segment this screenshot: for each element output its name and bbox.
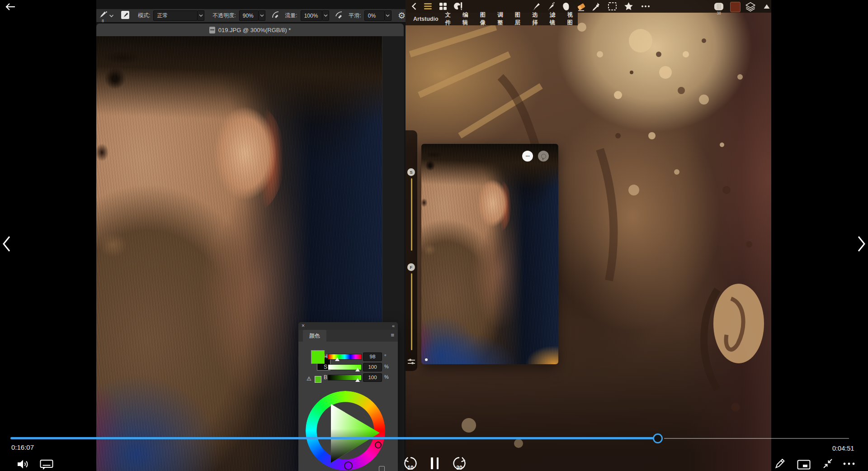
saturation-thumb[interactable]: [355, 368, 360, 371]
artstudio-app: 38 Artstudio 文件 编辑 图像 调整 图层 选择 滤镜 视图 S F: [406, 0, 771, 471]
brush-preview-icon[interactable]: [714, 1, 724, 11]
eraser-tool-icon[interactable]: [576, 1, 586, 11]
progress-bar[interactable]: [10, 437, 849, 440]
reference-pin-button[interactable]: [538, 151, 549, 162]
document-tab[interactable]: 019.JPG @ 300%(RGB/8) *: [96, 24, 404, 37]
flow-slider-knob[interactable]: F: [407, 263, 415, 271]
reference-image-window[interactable]: ···: [421, 144, 558, 364]
layers-icon[interactable]: [745, 1, 755, 11]
hue-slider[interactable]: [328, 354, 362, 360]
hue-thumb[interactable]: [335, 357, 340, 361]
flow-slider-track[interactable]: [411, 273, 412, 350]
sliders-settings-icon[interactable]: [408, 359, 415, 364]
menu-select[interactable]: 选择: [532, 11, 543, 27]
star-favorites-icon[interactable]: [623, 1, 633, 11]
reference-resize-handle[interactable]: [425, 358, 428, 361]
more-options-button[interactable]: [843, 462, 855, 465]
menu-artstudio[interactable]: Artstudio: [413, 16, 439, 22]
menu-layer[interactable]: 图层: [515, 11, 526, 27]
volume-button[interactable]: [16, 458, 29, 470]
brightness-value[interactable]: 100: [363, 373, 382, 382]
smoothing-field[interactable]: 0%: [364, 10, 385, 21]
collapse-triangle-icon[interactable]: [762, 1, 771, 11]
hue-unit: °: [384, 353, 386, 359]
pin-icon: [541, 154, 546, 159]
menu-file[interactable]: 文件: [445, 11, 456, 27]
ellipsis-icon: ···: [526, 153, 530, 159]
panel-menu-icon[interactable]: ≡: [391, 332, 394, 338]
hue-value[interactable]: 98: [363, 352, 382, 361]
selection-tool-icon[interactable]: [607, 1, 617, 11]
close-icon[interactable]: ×: [302, 322, 305, 329]
current-color-swatch[interactable]: [730, 2, 741, 12]
flow-field[interactable]: 100%: [301, 10, 322, 21]
foreground-color-swatch[interactable]: [311, 350, 325, 364]
opacity-chevron-icon[interactable]: [259, 10, 265, 21]
menu-adjust[interactable]: 调整: [497, 11, 508, 27]
size-slider-track[interactable]: [411, 178, 412, 251]
saturation-slider[interactable]: [328, 364, 362, 370]
color-wheel[interactable]: [306, 391, 385, 471]
menu-edit[interactable]: 编辑: [462, 11, 473, 27]
smoothing-chevron-icon[interactable]: [385, 10, 392, 21]
eyedropper-tool-icon[interactable]: [591, 1, 601, 11]
airbrush-buildup-icon[interactable]: [335, 10, 344, 21]
progress-remaining: [664, 438, 849, 439]
next-video-button[interactable]: [857, 235, 867, 255]
more-tools-icon[interactable]: [641, 1, 651, 11]
back-button[interactable]: [5, 2, 16, 14]
airbrush-icon[interactable]: [271, 10, 280, 21]
brightness-slider[interactable]: [328, 375, 362, 381]
smudge-tool-icon[interactable]: [561, 1, 571, 11]
size-slider-knob[interactable]: S: [407, 168, 415, 176]
brightness-unit: %: [384, 374, 389, 380]
artstudio-menubar: Artstudio 文件 编辑 图像 调整 图层 选择 滤镜 视图: [406, 13, 578, 25]
wet-brush-tool-icon[interactable]: [546, 1, 556, 11]
brush-panel-toggle-icon[interactable]: [120, 10, 130, 21]
previous-video-button[interactable]: [1, 235, 11, 255]
paint-brush-tool-icon[interactable]: [531, 1, 541, 11]
brush-slider-bar: S F: [406, 130, 417, 371]
miniplayer-button[interactable]: [797, 460, 811, 470]
pause-button[interactable]: [431, 457, 439, 469]
flow-value: 100%: [304, 13, 318, 19]
blend-mode-chevron-icon[interactable]: [198, 10, 204, 21]
color-panel: × « 颜色 ≡ H 98 ° S 100: [298, 322, 398, 471]
back-chevron-icon[interactable]: [409, 1, 419, 11]
forward-30-button[interactable]: 30: [451, 455, 468, 471]
progress-handle[interactable]: [653, 433, 663, 443]
brush-size-label: 8: [102, 19, 104, 23]
triangle-selector[interactable]: [375, 442, 382, 448]
gamut-swatch[interactable]: [315, 376, 321, 383]
exit-fullscreen-button[interactable]: [822, 458, 834, 469]
panel-footer-icon[interactable]: [379, 466, 385, 471]
menu-view[interactable]: 视图: [567, 11, 578, 27]
tab-color[interactable]: 颜色: [303, 330, 326, 342]
brightness-thumb[interactable]: [355, 378, 360, 382]
flow-label: 流量:: [285, 12, 297, 19]
opacity-field[interactable]: 90%: [239, 10, 259, 21]
menu-image[interactable]: 图像: [480, 11, 491, 27]
gallery-icon[interactable]: [453, 1, 463, 11]
blend-mode-select[interactable]: 正常: [153, 10, 198, 21]
reference-more-button[interactable]: ···: [522, 151, 533, 162]
subtitles-button[interactable]: [40, 459, 53, 470]
saturation-row: S 100 %: [298, 363, 398, 371]
gear-icon[interactable]: ⚙: [398, 11, 406, 20]
grid-icon[interactable]: [438, 1, 448, 11]
hue-ring-selector[interactable]: [344, 461, 353, 470]
annotate-pencil-button[interactable]: [774, 458, 786, 469]
menu-filter[interactable]: 滤镜: [550, 11, 561, 27]
panel-header: × «: [298, 322, 398, 330]
blend-mode-value: 正常: [157, 12, 168, 19]
collapse-icon[interactable]: «: [392, 322, 395, 329]
brush-tool-preview[interactable]: 8: [98, 10, 108, 22]
chevron-down-icon[interactable]: [109, 13, 114, 19]
rewind-10-button[interactable]: 10: [402, 455, 419, 471]
video-player: 8 模式: 正常 不透明度: 90% 流量: 100% 平滑: 0%: [0, 0, 868, 471]
flow-chevron-icon[interactable]: [322, 10, 329, 21]
saturation-value[interactable]: 100: [363, 363, 382, 371]
rewind-amount: 10: [402, 465, 419, 471]
remaining-time: 0:04:51: [832, 445, 854, 452]
menu-hamburger-icon[interactable]: [423, 1, 433, 11]
